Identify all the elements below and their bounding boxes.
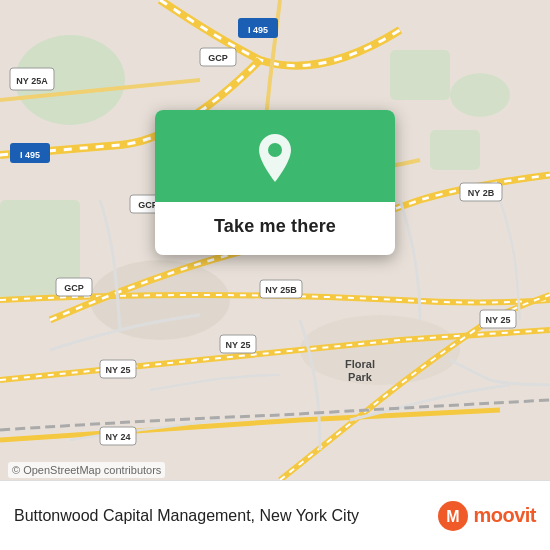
- svg-text:I 495: I 495: [248, 25, 268, 35]
- svg-text:NY 2B: NY 2B: [468, 188, 495, 198]
- svg-text:Park: Park: [348, 371, 373, 383]
- svg-text:NY 25: NY 25: [226, 340, 251, 350]
- copyright-notice: © OpenStreetMap contributors: [8, 462, 165, 478]
- svg-text:NY 24: NY 24: [106, 432, 131, 442]
- popup-card: Take me there: [155, 110, 395, 255]
- svg-text:GCP: GCP: [208, 53, 228, 63]
- popup-body: Take me there: [155, 202, 395, 255]
- svg-text:I 495: I 495: [20, 150, 40, 160]
- svg-text:GCP: GCP: [64, 283, 84, 293]
- svg-rect-4: [430, 130, 480, 170]
- svg-point-5: [450, 73, 510, 117]
- moovit-logo: M moovit: [437, 500, 536, 532]
- svg-text:NY 25B: NY 25B: [265, 285, 297, 295]
- bottom-bar: Buttonwood Capital Management, New York …: [0, 480, 550, 550]
- svg-text:NY 25A: NY 25A: [16, 76, 48, 86]
- svg-text:Floral: Floral: [345, 358, 375, 370]
- svg-text:NY 25: NY 25: [106, 365, 131, 375]
- location-pin-icon: [253, 132, 297, 184]
- svg-rect-3: [390, 50, 450, 100]
- svg-point-35: [268, 143, 282, 157]
- svg-point-6: [90, 260, 230, 340]
- moovit-icon: M: [437, 500, 469, 532]
- svg-text:M: M: [447, 508, 460, 525]
- destination-label: Buttonwood Capital Management, New York …: [14, 507, 437, 525]
- take-me-there-button[interactable]: Take me there: [214, 216, 336, 237]
- moovit-brand-text: moovit: [473, 504, 536, 527]
- popup-header: [155, 110, 395, 202]
- svg-text:NY 25: NY 25: [486, 315, 511, 325]
